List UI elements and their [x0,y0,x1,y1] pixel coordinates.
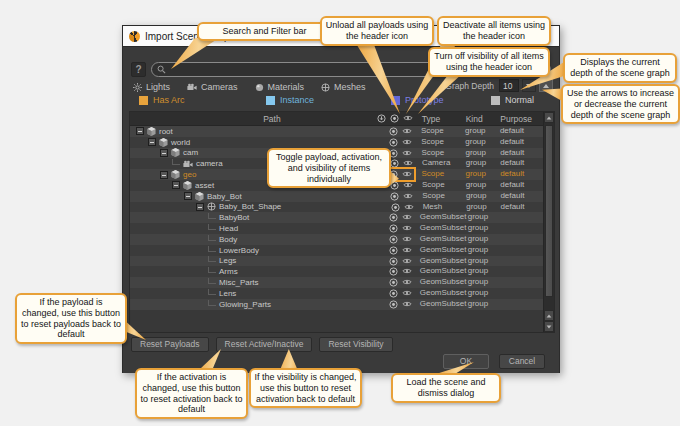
active-icon[interactable] [390,159,399,168]
scroll-up-button-2[interactable] [544,310,554,321]
visibility-icon[interactable] [403,181,413,189]
dialog-action-row: OK Cancel [443,354,545,369]
scrollbar-thumb[interactable] [545,125,553,297]
table-row[interactable]: rootScopegroupdefault [130,126,543,137]
visibility-icon[interactable] [402,138,412,146]
active-icon[interactable] [389,213,398,222]
purpose-cell: default [500,148,543,159]
table-row[interactable]: LensGeomSubsetgroup [130,288,543,299]
active-icon[interactable] [389,300,398,309]
visibility-icon[interactable] [404,203,414,211]
table-row[interactable]: Misc_PartsGeomSubsetgroup [130,277,543,288]
active-icon[interactable] [389,289,398,298]
active-icon[interactable] [389,138,398,147]
type-cell: Scope [413,137,463,148]
active-icon[interactable] [389,127,398,136]
table-row[interactable]: ArmsGeomSubsetgroup [130,266,543,277]
filter-materials[interactable]: Materials [255,82,305,92]
collapse-icon[interactable] [172,181,180,189]
reset-visibility-button[interactable]: Reset Visibility [319,337,392,352]
table-row[interactable]: worldScopegroupdefault [130,137,543,148]
collapse-icon[interactable] [196,203,204,211]
purpose-cell: default [500,158,543,169]
row-toggles [373,288,412,299]
legend-swatch [266,96,275,105]
active-icon[interactable] [389,224,398,233]
active-icon[interactable] [389,267,398,276]
visibility-icon[interactable] [402,235,412,243]
visibility-icon[interactable] [403,192,413,200]
visibility-icon[interactable] [402,278,412,286]
visibility-icon[interactable] [402,213,412,221]
table-row[interactable]: BabyBotGeomSubsetgroup [130,212,543,223]
collapse-icon[interactable] [148,138,156,146]
collapse-icon[interactable] [184,192,192,200]
node-label: Head [219,224,238,233]
type-cell: Camera [414,158,464,169]
kind-header[interactable]: Kind [464,112,501,125]
active-icon[interactable] [389,278,398,287]
visibility-icon[interactable] [403,114,413,122]
legend-label: Has Arc [153,95,185,105]
node-label: Body [219,235,237,244]
table-row[interactable]: Glowing_PartsGeomSubsetgroup [130,299,543,310]
scroll-up-button[interactable] [544,112,554,123]
tree-elbow [208,213,216,219]
dialog-body: ? LightsCamerasMaterialsMeshes Graph Dep… [123,47,559,373]
visibility-icon[interactable] [402,257,412,265]
payload-icon[interactable] [377,114,386,123]
visibility-icon[interactable] [402,170,412,178]
active-icon[interactable] [389,257,398,266]
active-icon[interactable] [389,235,398,244]
callout-toggle-individually: Toggle payload, activation, and visibili… [267,148,391,188]
arrow-up-icon [547,116,552,119]
collapse-icon[interactable] [160,149,168,157]
active-icon[interactable] [391,203,400,212]
purpose-cell: default [500,191,543,202]
type-cell: GeomSubset [412,223,466,234]
visibility-icon[interactable] [402,149,412,157]
scroll-down-button[interactable] [544,321,554,332]
callout-unload-payloads: Unload all payloads using the header ico… [320,16,434,46]
active-icon[interactable] [390,192,399,201]
vertical-scrollbar[interactable] [543,112,554,332]
table-row[interactable]: Baby_BotScopegroupdefault [130,191,543,202]
visibility-icon[interactable] [402,289,412,297]
table-row[interactable]: BodyGeomSubsetgroup [130,234,543,245]
reset-active-inactive-button[interactable]: Reset Active/Inactive [216,337,313,352]
callout-search-filter: Search and Filter bar [197,22,332,41]
callout-reset-payloads-note: If the payload is changed, use this butt… [15,293,127,344]
visibility-icon[interactable] [402,267,412,275]
path-header[interactable]: Path [130,112,374,125]
tree-elbow [208,224,216,230]
visibility-icon[interactable] [402,300,412,308]
type-header[interactable]: Type [414,112,464,125]
filter-meshes[interactable]: Meshes [321,82,366,92]
collapse-icon[interactable] [136,127,144,135]
purpose-header[interactable]: Purpose [500,112,543,125]
filter-cameras[interactable]: Cameras [187,82,238,92]
reset-payloads-button[interactable]: Reset Payloads [131,337,209,352]
table-row[interactable]: LegsGeomSubsetgroup [130,256,543,267]
table-row[interactable]: LowerBodyGeomSubsetgroup [130,245,543,256]
cancel-button[interactable]: Cancel [499,354,545,369]
kind-cell: group [466,212,502,223]
visibility-icon[interactable] [403,159,413,167]
visibility-icon[interactable] [402,127,412,135]
purpose-cell: default [500,180,543,191]
active-icon[interactable] [390,114,399,123]
visibility-icon[interactable] [402,246,412,254]
collapse-icon[interactable] [160,171,168,179]
active-icon[interactable] [389,246,398,255]
table-row[interactable]: HeadGeomSubsetgroup [130,223,543,234]
table-row[interactable]: Baby_Bot_ShapeMeshgroupdefault [130,202,543,213]
help-button[interactable]: ? [131,62,146,77]
node-label: world [171,138,190,147]
filter-label: Lights [146,82,170,92]
type-cell: Scope [414,191,464,202]
filter-lights[interactable]: Lights [133,82,170,92]
type-cell: Mesh [415,202,465,213]
arrow-up-icon [547,314,552,317]
visibility-icon[interactable] [402,224,412,232]
graph-depth-value[interactable]: 10 [499,79,519,92]
